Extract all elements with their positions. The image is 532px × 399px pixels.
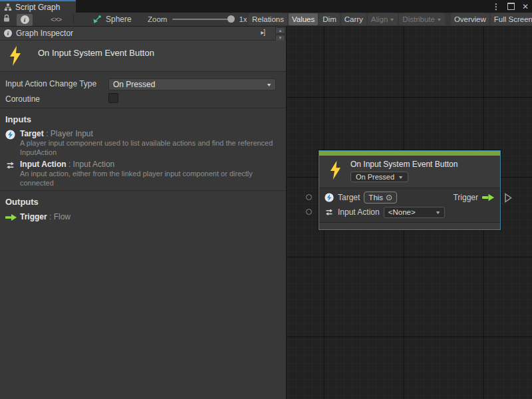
trigger-port-label: Trigger xyxy=(453,193,478,202)
event-bolt-icon xyxy=(329,160,342,180)
event-mode-dropdown[interactable]: On Pressed ▼ xyxy=(350,172,408,182)
input-action-port-label: Input Action xyxy=(338,207,380,217)
graph-inspector-header: i Graph Inspector ▸] xyxy=(0,27,286,41)
toolbar-separator xyxy=(73,14,74,25)
close-icon[interactable]: ✕ xyxy=(522,2,529,11)
unit-settings: Input Action Change Type On Pressed ▼ Co… xyxy=(0,72,286,108)
carry-button[interactable]: Carry xyxy=(341,13,366,25)
chevron-down-icon: ▼ xyxy=(435,210,441,215)
unit-title: On Input System Event Button xyxy=(38,48,154,58)
chevron-down-icon: ▼ xyxy=(436,17,442,22)
value-port-input-action[interactable] xyxy=(306,209,312,215)
graph-toolbar: i <×> Sphere Zoom 1x Relations Values Di… xyxy=(0,13,532,27)
window-menu-icon[interactable]: ⋮ xyxy=(492,2,500,11)
node-row-target: Target This ⊙ Trigger xyxy=(325,190,495,205)
graph-owner-name[interactable]: Sphere xyxy=(106,15,132,24)
chevron-down-icon: ▼ xyxy=(398,175,404,180)
target-object-field[interactable]: This ⊙ xyxy=(364,192,397,203)
port-name: Trigger xyxy=(20,212,47,221)
port-description: An input action, either from the linked … xyxy=(20,170,284,188)
dock-panel-icon[interactable]: ▸] xyxy=(261,29,265,36)
graph-toolbar-buttons: Relations Values Dim Carry Align▼ Distri… xyxy=(249,13,532,25)
window-controls: ⋮ ✕ xyxy=(492,0,529,13)
window-tab-bar: Script Graph ⋮ ✕ xyxy=(0,0,532,13)
coroutine-checkbox[interactable] xyxy=(108,93,118,103)
lock-icon[interactable] xyxy=(3,13,11,25)
inspector-scrollbar: ▲ ▼ xyxy=(275,27,285,41)
node-footer xyxy=(319,222,500,229)
tab-title: Script Graph xyxy=(15,3,60,12)
event-bolt-icon xyxy=(9,46,22,66)
player-input-icon xyxy=(5,130,15,142)
inspector-title: Graph Inspector xyxy=(16,29,73,38)
overview-button[interactable]: Overview xyxy=(451,13,489,25)
script-graph-asset-icon xyxy=(92,15,102,24)
event-color-bar xyxy=(319,151,500,156)
port-name: Input Action xyxy=(20,160,66,169)
port-type: : Flow xyxy=(49,212,70,221)
graph-canvas[interactable]: On Input System Event Button On Pressed … xyxy=(286,27,532,399)
relations-button[interactable]: Relations xyxy=(249,13,287,25)
info-icon: i xyxy=(21,15,29,24)
inputs-heading: Inputs xyxy=(5,114,31,124)
node-body: Target This ⊙ Trigger xyxy=(319,188,500,222)
graph-hierarchy-icon xyxy=(4,3,12,11)
port-name: Target xyxy=(20,129,44,138)
port-type: : Player Input xyxy=(46,129,93,138)
node-row-input-action: Input Action <None> ▼ xyxy=(325,205,495,219)
outputs-heading: Outputs xyxy=(5,197,39,207)
zoom-slider-handle[interactable] xyxy=(227,15,235,23)
graph-inspector-panel: i Graph Inspector ▸] ▲ ▼ On Input System… xyxy=(0,27,286,399)
zoom-slider[interactable] xyxy=(172,19,233,20)
object-picker-icon[interactable]: ⊙ xyxy=(386,194,392,201)
flow-arrow-icon xyxy=(5,212,17,224)
node-title: On Input System Event Button xyxy=(350,160,458,169)
code-view-icon[interactable]: <×> xyxy=(51,15,61,23)
flow-arrow-icon xyxy=(482,194,495,201)
change-type-label: Input Action Change Type xyxy=(5,79,96,88)
unit-title-block: On Input System Event Button xyxy=(0,41,286,72)
flow-port-trigger[interactable] xyxy=(504,193,512,205)
chevron-down-icon: ▼ xyxy=(266,82,272,87)
dim-button[interactable]: Dim xyxy=(319,13,339,25)
target-port-label: Target xyxy=(338,193,360,202)
outputs-section: Outputs Trigger : Flow xyxy=(0,191,286,251)
change-type-dropdown[interactable]: On Pressed ▼ xyxy=(108,78,276,90)
align-button[interactable]: Align▼ xyxy=(368,13,398,25)
info-icon: i xyxy=(4,29,12,37)
maximize-icon[interactable] xyxy=(507,3,515,10)
zoom-value: 1x xyxy=(239,15,247,23)
event-node[interactable]: On Input System Event Button On Pressed … xyxy=(319,150,501,230)
zoom-label: Zoom xyxy=(148,15,167,23)
values-button[interactable]: Values xyxy=(289,13,318,25)
full-screen-button[interactable]: Full Screen xyxy=(491,13,532,25)
input-action-icon xyxy=(325,207,334,217)
inspector-toggle-button[interactable]: i xyxy=(17,14,33,26)
inputs-section: Inputs Target : Player Input A player in… xyxy=(0,108,286,191)
coroutine-label: Coroutine xyxy=(5,94,40,104)
scroll-up-button[interactable]: ▲ xyxy=(275,27,285,34)
distribute-button[interactable]: Distribute▼ xyxy=(399,13,445,25)
value-port-target[interactable] xyxy=(306,194,312,200)
port-description: A player input component used to list av… xyxy=(20,139,284,157)
player-input-icon xyxy=(325,193,334,202)
chevron-down-icon: ▼ xyxy=(390,17,395,22)
node-header[interactable]: On Input System Event Button On Pressed … xyxy=(319,156,500,188)
input-action-icon xyxy=(5,160,15,173)
input-action-dropdown[interactable]: <None> ▼ xyxy=(384,207,445,218)
port-type: : Input Action xyxy=(68,160,114,169)
tab-script-graph[interactable]: Script Graph xyxy=(0,0,76,13)
